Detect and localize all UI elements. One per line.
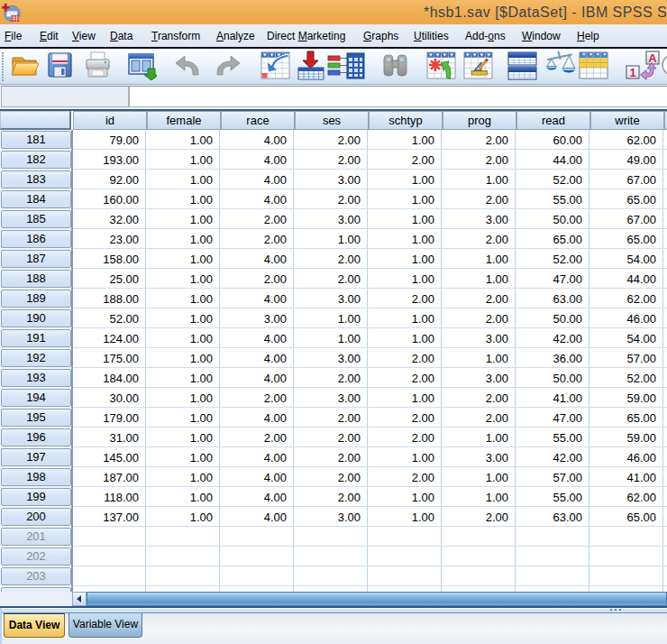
svg-text:1: 1	[629, 66, 635, 79]
svg-text:A: A	[648, 51, 657, 65]
